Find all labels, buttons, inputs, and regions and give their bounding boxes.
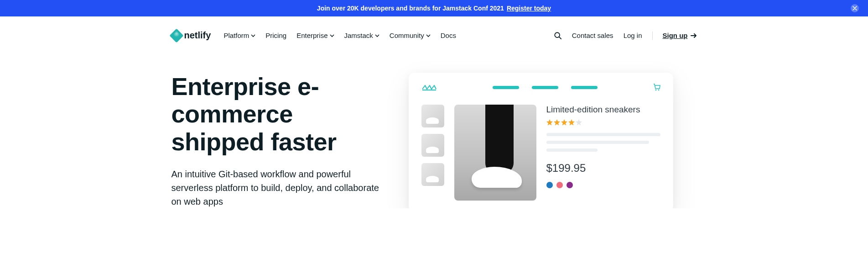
skeleton-line xyxy=(546,148,598,152)
color-swatch xyxy=(546,182,553,188)
color-swatches xyxy=(546,182,660,188)
nav-label: Community xyxy=(390,32,424,39)
svg-point-2 xyxy=(658,90,659,91)
star-icon-empty xyxy=(576,119,582,126)
nav-label: Pricing xyxy=(265,32,286,39)
signup-link[interactable]: Sign up xyxy=(663,32,697,39)
arrow-right-icon xyxy=(691,32,697,39)
star-icon xyxy=(561,119,567,126)
chevron-down-icon xyxy=(330,33,334,38)
banner-close-button[interactable] xyxy=(851,4,859,12)
product-image xyxy=(454,105,536,201)
announcement-banner: Join over 20K developers and brands for … xyxy=(0,0,868,16)
color-swatch xyxy=(567,182,573,188)
svg-point-1 xyxy=(655,90,656,91)
mockup-header xyxy=(421,84,660,91)
color-swatch xyxy=(556,182,563,188)
brand-name: netlify xyxy=(184,30,211,41)
mockup-nav-item xyxy=(532,86,558,89)
nav-label: Platform xyxy=(223,32,249,39)
skeleton-line xyxy=(546,133,660,136)
rating-stars xyxy=(546,119,660,126)
chevron-down-icon xyxy=(251,33,255,38)
product-details: Limited-edition sneakers $199.95 xyxy=(546,105,660,201)
description-skeleton xyxy=(546,133,660,152)
signup-label: Sign up xyxy=(663,32,688,39)
banner-text: Join over 20K developers and brands for … xyxy=(317,5,504,12)
product-price: $199.95 xyxy=(546,162,660,175)
logo-mark-icon xyxy=(169,28,183,42)
ecommerce-mockup: Limited-edition sneakers $199.95 xyxy=(409,73,673,208)
hero-illustration: Limited-edition sneakers $199.95 xyxy=(409,73,697,208)
nav-label: Jamstack xyxy=(344,32,373,39)
sneaker-logo-icon xyxy=(421,84,437,91)
image-shoe xyxy=(472,167,522,188)
hero-title: Enterprise e-commerce shipped faster xyxy=(172,73,390,155)
skeleton-line xyxy=(546,141,649,144)
nav-label: Docs xyxy=(441,32,456,39)
thumbnail-list xyxy=(421,105,444,201)
nav-docs[interactable]: Docs xyxy=(441,32,456,39)
banner-register-link[interactable]: Register today xyxy=(507,5,551,12)
mockup-body: Limited-edition sneakers $199.95 xyxy=(421,105,660,201)
divider xyxy=(652,32,653,40)
thumbnail xyxy=(421,105,444,127)
site-header: netlify Platform Pricing Enterprise Jams… xyxy=(161,16,708,59)
star-icon xyxy=(546,119,553,126)
mockup-nav-item xyxy=(493,86,519,89)
thumbnail xyxy=(421,163,444,186)
nav-community[interactable]: Community xyxy=(390,32,431,39)
nav-label: Enterprise xyxy=(296,32,327,39)
nav-jamstack[interactable]: Jamstack xyxy=(344,32,379,39)
cart-icon xyxy=(653,84,660,91)
close-icon xyxy=(852,6,857,11)
star-icon xyxy=(568,119,575,126)
svg-point-0 xyxy=(555,32,560,37)
nav-platform[interactable]: Platform xyxy=(223,32,255,39)
star-icon xyxy=(554,119,560,126)
search-icon[interactable] xyxy=(554,32,562,40)
hero-subtitle: An intuitive Git-based workflow and powe… xyxy=(172,167,390,208)
nav-enterprise[interactable]: Enterprise xyxy=(296,32,334,39)
header-actions: Contact sales Log in Sign up xyxy=(554,32,697,40)
netlify-logo[interactable]: netlify xyxy=(172,30,211,41)
mockup-nav-item xyxy=(571,86,598,89)
chevron-down-icon xyxy=(375,33,379,38)
contact-sales-link[interactable]: Contact sales xyxy=(572,32,613,39)
hero-copy: Enterprise e-commerce shipped faster An … xyxy=(172,73,390,208)
login-link[interactable]: Log in xyxy=(624,32,642,39)
mockup-nav xyxy=(493,86,598,89)
product-title: Limited-edition sneakers xyxy=(546,105,660,115)
nav-pricing[interactable]: Pricing xyxy=(265,32,286,39)
main-nav: Platform Pricing Enterprise Jamstack Com… xyxy=(223,32,456,39)
hero-section: Enterprise e-commerce shipped faster An … xyxy=(161,59,708,208)
chevron-down-icon xyxy=(426,33,431,38)
image-leg xyxy=(485,105,514,173)
thumbnail xyxy=(421,134,444,157)
